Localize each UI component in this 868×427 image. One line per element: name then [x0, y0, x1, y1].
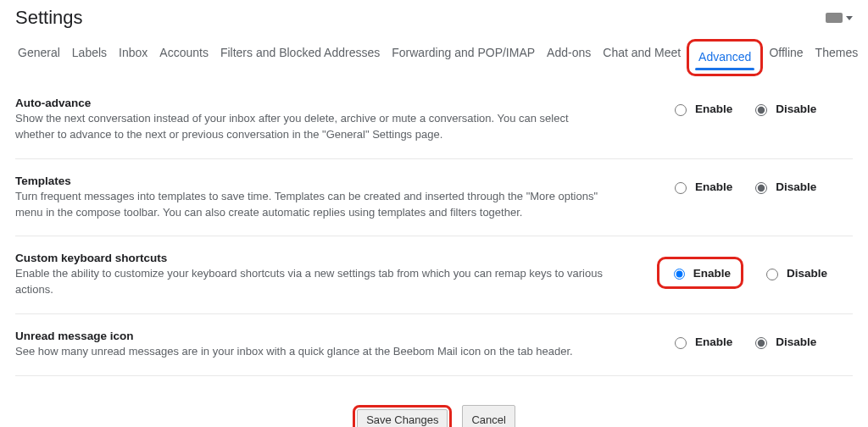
footer-buttons: Save Changes Cancel — [0, 393, 868, 427]
enable-label: Enable — [695, 180, 732, 193]
setting-title: Unread message icon — [15, 330, 609, 342]
enable-option[interactable]: Enable — [670, 180, 732, 194]
setting-options: EnableDisable — [670, 97, 853, 116]
tab-offline[interactable]: Offline — [763, 39, 809, 76]
page-title: Settings — [15, 7, 83, 29]
disable-label: Disable — [776, 103, 816, 115]
setting-row: Unread message iconSee how many unread m… — [15, 314, 853, 376]
setting-description: Enable the ability to customize your key… — [15, 266, 609, 298]
setting-options: EnableDisable — [670, 175, 853, 194]
setting-row: Custom keyboard shortcutsEnable the abil… — [15, 236, 853, 314]
disable-radio[interactable] — [766, 269, 778, 280]
settings-list: Auto-advanceShow the next conversation i… — [0, 76, 868, 393]
tab-inbox[interactable]: Inbox — [113, 39, 153, 76]
setting-row: Auto-advanceShow the next conversation i… — [15, 81, 853, 159]
disable-label: Disable — [787, 267, 827, 280]
setting-title: Templates — [15, 175, 609, 187]
save-button[interactable]: Save Changes — [357, 409, 448, 427]
save-button-highlight: Save Changes — [353, 405, 452, 427]
enable-radio[interactable] — [674, 269, 685, 280]
tab-labels[interactable]: Labels — [66, 39, 113, 76]
enable-option[interactable]: Enable — [670, 102, 732, 116]
enable-label: Enable — [693, 267, 731, 280]
disable-radio[interactable] — [755, 104, 767, 116]
disable-option[interactable]: Disable — [762, 266, 827, 280]
enable-label: Enable — [695, 103, 732, 115]
disable-label: Disable — [776, 180, 816, 193]
setting-description: See how many unread messages are in your… — [15, 344, 609, 360]
disable-option[interactable]: Disable — [751, 180, 816, 194]
setting-description: Show the next conversation instead of yo… — [15, 111, 609, 143]
enable-radio[interactable] — [675, 182, 687, 194]
account-switcher[interactable] — [826, 13, 853, 23]
enable-radio[interactable] — [675, 337, 687, 349]
setting-options: EnableDisable — [670, 330, 853, 349]
enable-label: Enable — [695, 336, 732, 348]
tab-advanced[interactable]: Advanced — [693, 43, 757, 72]
tab-forwarding-and-pop-imap[interactable]: Forwarding and POP/IMAP — [386, 39, 541, 76]
disable-label: Disable — [776, 336, 816, 348]
settings-tabs: GeneralLabelsInboxAccountsFilters and Bl… — [0, 39, 868, 76]
setting-title: Custom keyboard shortcuts — [15, 252, 609, 264]
enable-option[interactable]: Enable — [670, 266, 731, 280]
tab-add-ons[interactable]: Add-ons — [541, 39, 597, 76]
tab-accounts[interactable]: Accounts — [153, 39, 214, 76]
setting-description: Turn frequent messages into templates to… — [15, 189, 609, 221]
disable-option[interactable]: Disable — [751, 335, 816, 349]
setting-text: Auto-advanceShow the next conversation i… — [15, 97, 609, 143]
account-chip-icon — [826, 13, 843, 23]
enable-highlight: Enable — [657, 257, 743, 289]
setting-text: Custom keyboard shortcutsEnable the abil… — [15, 252, 609, 298]
disable-option[interactable]: Disable — [751, 102, 816, 116]
enable-radio[interactable] — [675, 104, 687, 116]
setting-text: TemplatesTurn frequent messages into tem… — [15, 175, 609, 221]
cancel-button[interactable]: Cancel — [462, 405, 515, 427]
chevron-down-icon — [846, 16, 853, 20]
disable-radio[interactable] — [755, 337, 767, 349]
tab-highlight: Advanced — [687, 39, 763, 76]
tab-filters-and-blocked-addresses[interactable]: Filters and Blocked Addresses — [214, 39, 386, 76]
enable-option[interactable]: Enable — [670, 335, 732, 349]
tab-chat-and-meet[interactable]: Chat and Meet — [597, 39, 687, 76]
disable-radio[interactable] — [755, 182, 767, 194]
setting-text: Unread message iconSee how many unread m… — [15, 330, 609, 360]
tab-general[interactable]: General — [12, 39, 66, 76]
setting-title: Auto-advance — [15, 97, 609, 109]
setting-row: TemplatesTurn frequent messages into tem… — [15, 159, 853, 237]
tab-themes[interactable]: Themes — [810, 39, 865, 76]
setting-options: EnableDisable — [657, 252, 853, 289]
